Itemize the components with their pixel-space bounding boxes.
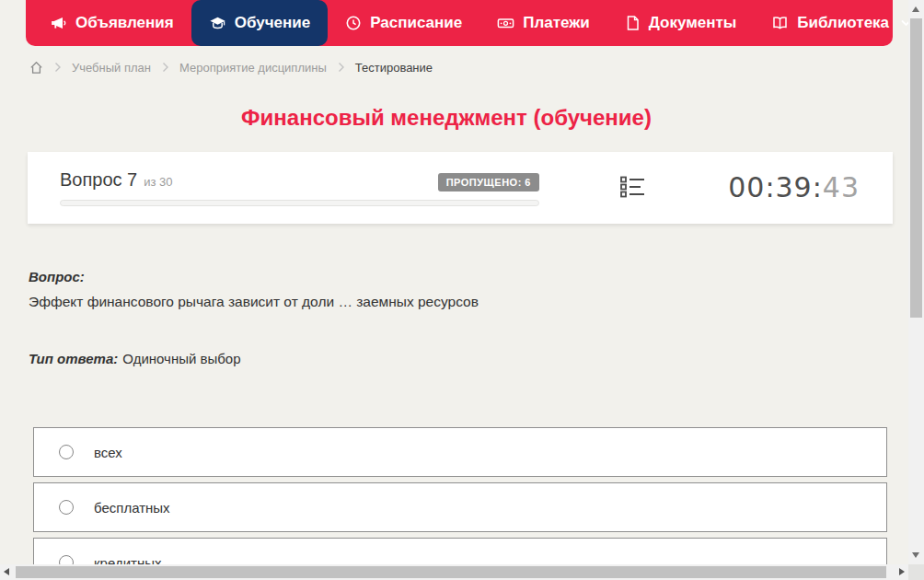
nav-item-announcements[interactable]: Объявления [33,0,191,46]
nav-item-documents[interactable]: Документы [607,0,755,46]
clock-icon [345,15,362,31]
radio-button[interactable] [59,500,74,515]
nav-item-label: Расписание [370,14,462,32]
document-icon [625,15,641,31]
scroll-down-arrow[interactable] [912,552,919,558]
question-text: Эффект финансового рычага зависит от дол… [29,294,479,310]
answer-option-2[interactable]: бесплатных [33,482,887,532]
scroll-left-arrow[interactable] [4,568,9,575]
home-icon[interactable] [29,61,43,75]
nav-item-library[interactable]: Библиотека [754,0,924,46]
nav-item-label: Документы [649,14,737,32]
scroll-right-arrow[interactable] [899,568,905,575]
breadcrumb-item-discipline-event[interactable]: Мероприятие дисциплины [179,61,327,75]
horizontal-scrollbar-thumb[interactable] [16,566,886,578]
chevron-right-icon [161,62,169,73]
breadcrumb: Учебный план Мероприятие дисциплины Тест… [29,58,433,76]
megaphone-icon [51,15,67,31]
question-label: Вопрос: [29,269,479,284]
nav-item-label: Библиотека [797,14,889,32]
skipped-badge: ПРОПУЩЕНО: 6 [438,173,539,191]
answer-options: всех бесплатных кредитных [33,427,887,580]
breadcrumb-item-testing: Тестирование [355,61,433,75]
nav-item-label: Обучение [235,14,310,32]
answer-type-label: Тип ответа: [29,351,118,366]
horizontal-scrollbar[interactable] [0,564,908,580]
breadcrumb-item-study-plan[interactable]: Учебный план [72,61,151,75]
nav-item-label: Платежи [523,14,590,32]
exam-timer: 00:39:43 [728,171,860,224]
timer-minutes: 00:39: [728,171,823,203]
graduation-cap-icon [209,15,226,31]
chevron-right-icon [53,62,62,73]
question-list-icon[interactable] [620,175,645,224]
scrollbar-corner [908,564,924,580]
scroll-up-arrow[interactable] [912,6,919,12]
nav-item-payments[interactable]: Платежи [479,0,607,46]
page-title: Финансовый менеджмент (обучение) [0,105,893,131]
nav-item-learning[interactable]: Обучение [191,0,328,46]
question-progress-area: Вопрос 7 из 30 ПРОПУЩЕНО: 6 [60,169,539,224]
question-body: Вопрос: Эффект финансового рычага зависи… [29,269,479,366]
answer-option-1[interactable]: всех [33,427,887,477]
chevron-right-icon [337,62,345,73]
question-total: из 30 [144,175,172,189]
vertical-scrollbar-thumb[interactable] [910,18,922,318]
answer-option-label: бесплатных [94,500,170,516]
progress-bar [60,200,539,206]
vertical-scrollbar[interactable] [908,0,924,564]
answer-option-label: всех [94,445,122,460]
question-number: Вопрос 7 [60,169,137,191]
radio-button[interactable] [59,445,74,459]
nav-item-schedule[interactable]: Расписание [328,0,479,46]
nav-item-label: Объявления [75,14,174,32]
answer-type-value: Одиночный выбор [122,351,240,366]
timer-seconds: 43 [823,171,860,203]
question-header-card: Вопрос 7 из 30 ПРОПУЩЕНО: 6 00:39:43 [28,152,893,224]
banknote-icon [497,15,514,31]
book-icon [771,15,789,31]
top-navbar: Объявления Обучение Расписание Платежи Д… [26,0,893,46]
